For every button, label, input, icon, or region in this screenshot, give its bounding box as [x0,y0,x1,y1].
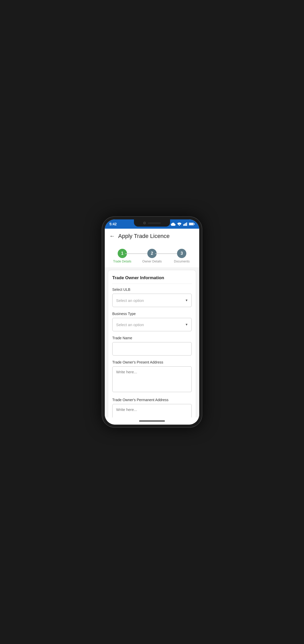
step-3-label: Documents [174,260,190,263]
permanent-address-group: Trade Owner's Permanent Address [112,398,192,417]
business-type-input[interactable]: Select an option [112,318,192,331]
step-indicator: 1 Trade Details 2 Owner Details 3 Docume… [105,244,199,267]
home-bar [139,420,165,422]
app-content: ← Apply Trade Licence 1 Trade Details 2 … [105,229,199,417]
business-type-label: Business Type [112,312,192,316]
step-3-circle: 3 [177,249,186,258]
signal-icon [183,222,187,226]
phone-screen: 5:42 [105,219,199,425]
status-time: 5:42 [109,222,117,226]
svg-rect-3 [186,222,187,226]
trade-name-group: Trade Name [112,336,192,356]
step-2-circle: 2 [147,249,157,258]
notch-camera [143,222,146,224]
step-2-label: Owner Details [142,260,162,263]
select-ulb-label: Select ULB [112,287,192,292]
wifi-icon [177,222,182,226]
trade-owner-section-title: Trade Owner Information [112,275,192,284]
trade-name-label: Trade Name [112,336,192,340]
home-indicator [105,417,199,425]
trade-name-input[interactable] [112,342,192,356]
svg-rect-1 [184,224,185,226]
notch-speaker [148,222,161,224]
svg-rect-5 [189,223,193,225]
back-button[interactable]: ← [109,233,115,240]
app-header: ← Apply Trade Licence [105,229,199,244]
permanent-address-input[interactable] [112,404,192,417]
page-title: Apply Trade Licence [118,233,170,240]
step-1-circle: 1 [118,249,127,258]
business-type-wrapper: Select an option ▼ [112,318,192,331]
present-address-input[interactable] [112,366,192,392]
present-address-label: Trade Owner's Present Address [112,360,192,364]
cloud-icon [171,222,175,226]
status-icons [171,222,195,226]
phone-frame: 5:42 [102,216,202,428]
battery-icon [189,222,195,226]
present-address-group: Trade Owner's Present Address [112,360,192,393]
business-type-group: Business Type Select an option ▼ [112,312,192,331]
svg-rect-0 [183,224,184,226]
permanent-address-label: Trade Owner's Permanent Address [112,398,192,402]
step-1-label: Trade Details [113,260,131,263]
step-1[interactable]: 1 Trade Details [107,249,137,263]
select-ulb-group: Select ULB Select an option ▼ [112,287,192,307]
select-ulb-input[interactable]: Select an option [112,294,192,307]
select-ulb-wrapper: Select an option ▼ [112,294,192,307]
svg-rect-2 [185,223,186,226]
svg-rect-6 [194,224,195,225]
step-3[interactable]: 3 Documents [167,249,197,263]
notch [134,219,170,227]
trade-owner-section: Trade Owner Information Select ULB Selec… [108,270,196,417]
step-2[interactable]: 2 Owner Details [137,249,167,263]
